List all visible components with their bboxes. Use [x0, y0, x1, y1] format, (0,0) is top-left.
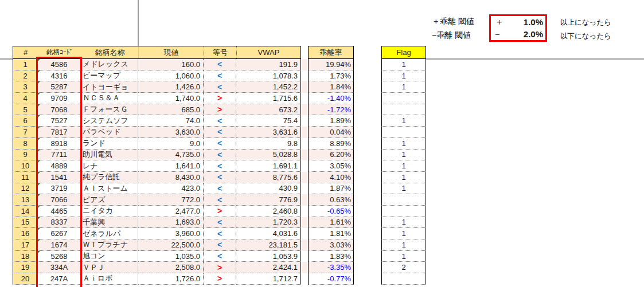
deviation-rate-cell[interactable]: 1.83% [308, 251, 354, 262]
stock-name-cell[interactable]: 千葉興 [81, 217, 138, 229]
flag-cell[interactable]: 1 [381, 172, 426, 183]
flag-cell[interactable]: 1 [381, 217, 426, 229]
current-price-cell[interactable]: 423.0 [138, 183, 204, 195]
flag-cell[interactable]: 1 [381, 228, 426, 239]
row-number-cell[interactable]: 19 [13, 262, 37, 273]
deviation-rate-cell[interactable]: -1.72% [308, 104, 354, 116]
flag-cell[interactable]: 1 [381, 251, 426, 262]
stock-code-cell[interactable]: 7817 [37, 127, 81, 138]
current-price-cell[interactable]: 1,693.0 [138, 217, 204, 229]
equality-sign-cell[interactable]: < [204, 81, 236, 93]
row-number-cell[interactable]: 18 [13, 251, 37, 262]
row-number-cell[interactable]: 15 [13, 217, 37, 229]
current-price-cell[interactable]: 160.0 [138, 59, 204, 70]
flag-cell[interactable] [381, 104, 426, 116]
flag-cell[interactable] [381, 127, 426, 138]
vwap-cell[interactable]: 75.4 [236, 115, 301, 127]
stock-code-cell[interactable]: 6267 [37, 228, 81, 239]
equality-sign-cell[interactable]: < [204, 70, 236, 82]
stock-name-cell[interactable]: Ａｉロボ [81, 273, 138, 285]
stock-name-cell[interactable]: ゼネラルパ [81, 228, 138, 239]
header-stock-code[interactable]: 銘柄ｺｰﾄﾞ [38, 46, 81, 58]
flag-cell[interactable]: 1 [381, 239, 426, 251]
vwap-cell[interactable]: 1,053.9 [236, 251, 301, 262]
current-price-cell[interactable]: 1,426.0 [138, 81, 204, 93]
equality-sign-cell[interactable]: < [204, 127, 236, 138]
flag-cell[interactable] [381, 194, 426, 206]
vwap-cell[interactable]: 2,460.8 [236, 206, 301, 217]
flag-cell[interactable]: 1 [381, 183, 426, 195]
header-current-price[interactable]: 現値 [139, 46, 204, 58]
deviation-rate-cell[interactable]: 19.94% [308, 59, 354, 70]
vwap-cell[interactable]: 9.8 [236, 138, 301, 150]
stock-code-cell[interactable]: 4316 [37, 70, 81, 82]
vwap-cell[interactable]: 4,031.6 [236, 228, 301, 239]
stock-code-cell[interactable]: 247A [37, 273, 81, 285]
row-number-cell[interactable]: 8 [13, 138, 37, 150]
stock-code-cell[interactable]: 334A [37, 262, 81, 273]
stock-code-cell[interactable]: 7066 [37, 194, 81, 206]
row-number-cell[interactable]: 7 [13, 127, 37, 138]
current-price-cell[interactable]: 1,740.0 [138, 93, 204, 104]
equality-sign-cell[interactable]: < [204, 160, 236, 172]
equality-sign-cell[interactable]: > [204, 206, 236, 217]
equality-sign-cell[interactable]: < [204, 194, 236, 206]
vwap-cell[interactable]: 1,691.1 [236, 160, 301, 172]
header-stock-name[interactable]: 銘柄名称 [81, 46, 139, 58]
current-price-cell[interactable]: 2,508.0 [138, 262, 204, 273]
header-flag[interactable]: Flag [381, 46, 426, 59]
deviation-rate-cell[interactable]: 0.63% [308, 194, 354, 206]
minus-threshold-row[interactable]: − 2.0% [491, 28, 545, 40]
row-number-cell[interactable]: 13 [13, 194, 37, 206]
equality-sign-cell[interactable]: < [204, 183, 236, 195]
flag-cell[interactable]: 1 [381, 138, 426, 150]
flag-cell[interactable]: 1 [381, 115, 426, 127]
stock-code-cell[interactable]: 1674 [37, 239, 81, 251]
vwap-cell[interactable]: 1,712.7 [236, 273, 301, 285]
stock-name-cell[interactable]: ＶＰＪ [81, 262, 138, 273]
stock-name-cell[interactable]: レナ [81, 160, 138, 172]
equality-sign-cell[interactable]: < [204, 115, 236, 127]
stock-code-cell[interactable]: 4586 [37, 59, 81, 70]
stock-name-cell[interactable]: ピアズ [81, 194, 138, 206]
stock-code-cell[interactable]: 7527 [37, 115, 81, 127]
equality-sign-cell[interactable]: > [204, 273, 236, 285]
flag-cell[interactable]: 1 [381, 160, 426, 172]
current-price-cell[interactable]: 74.0 [138, 115, 204, 127]
row-number-cell[interactable]: 10 [13, 160, 37, 172]
vwap-cell[interactable]: 2,424.1 [236, 262, 301, 273]
row-number-cell[interactable]: 20 [13, 273, 37, 285]
deviation-rate-cell[interactable]: 1.73% [308, 70, 354, 82]
flag-cell[interactable]: 2 [381, 262, 426, 273]
vwap-cell[interactable]: 776.9 [236, 194, 301, 206]
equality-sign-cell[interactable]: < [204, 172, 236, 183]
row-number-cell[interactable]: 12 [13, 183, 37, 195]
deviation-rate-cell[interactable]: -0.77% [308, 273, 354, 285]
stock-name-cell[interactable]: ＮＣＳ＆Ａ [81, 93, 138, 104]
minus-threshold-value[interactable]: 2.0% [524, 29, 545, 39]
equality-sign-cell[interactable]: < [204, 239, 236, 251]
row-number-cell[interactable]: 17 [13, 239, 37, 251]
current-price-cell[interactable]: 3,960.0 [138, 228, 204, 239]
deviation-rate-cell[interactable]: 3.05% [308, 160, 354, 172]
flag-cell[interactable] [381, 273, 426, 285]
deviation-rate-cell[interactable]: -3.35% [308, 262, 354, 273]
row-number-cell[interactable]: 6 [13, 115, 37, 127]
header-deviation-rate[interactable]: 乖離率 [308, 46, 354, 59]
equality-sign-cell[interactable]: < [204, 138, 236, 150]
vwap-cell[interactable]: 1,078.3 [236, 70, 301, 82]
deviation-rate-cell[interactable]: -1.40% [308, 93, 354, 104]
header-row-number[interactable]: # [13, 46, 38, 58]
equality-sign-cell[interactable]: > [204, 104, 236, 116]
vwap-cell[interactable]: 191.9 [236, 59, 301, 70]
deviation-rate-cell[interactable]: 1.81% [308, 228, 354, 239]
stock-code-cell[interactable]: 1541 [37, 172, 81, 183]
equality-sign-cell[interactable]: > [204, 93, 236, 104]
vwap-cell[interactable]: 673.2 [236, 104, 301, 116]
deviation-rate-cell[interactable]: 1.89% [308, 115, 354, 127]
current-price-cell[interactable]: 22,500.0 [138, 239, 204, 251]
current-price-cell[interactable]: 772.0 [138, 194, 204, 206]
equality-sign-cell[interactable]: < [204, 150, 236, 161]
deviation-rate-cell[interactable]: 1.61% [308, 217, 354, 229]
stock-code-cell[interactable]: 7068 [37, 104, 81, 116]
